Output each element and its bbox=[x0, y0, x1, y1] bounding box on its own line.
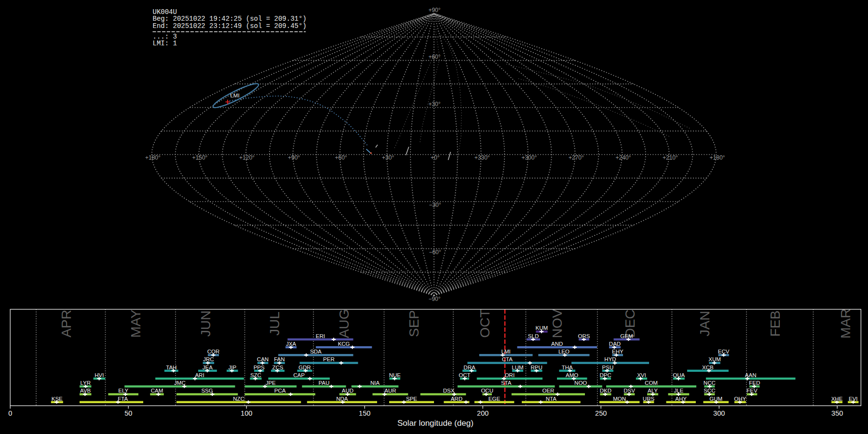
svg-text:THA: THA bbox=[562, 365, 573, 370]
svg-text:DSV: DSV bbox=[624, 388, 635, 393]
svg-text:ALY: ALY bbox=[648, 388, 658, 393]
svg-text:XUM: XUM bbox=[708, 356, 721, 362]
svg-text:CAP: CAP bbox=[293, 372, 305, 378]
svg-text:LMI: LMI bbox=[502, 349, 511, 354]
svg-text:AVB: AVB bbox=[80, 388, 91, 393]
svg-text:PCA: PCA bbox=[274, 388, 286, 393]
svg-text:ECV: ECV bbox=[718, 349, 730, 354]
svg-text:XHE: XHE bbox=[831, 396, 843, 402]
svg-text:MAY: MAY bbox=[128, 309, 143, 338]
svg-text:OHY: OHY bbox=[734, 396, 746, 402]
svg-text:ARI: ARI bbox=[195, 372, 204, 378]
svg-text:FEB: FEB bbox=[768, 311, 783, 337]
svg-text:LYR: LYR bbox=[80, 380, 91, 386]
svg-text:MAR: MAR bbox=[838, 309, 853, 339]
svg-text:+0°: +0° bbox=[431, 154, 440, 161]
svg-text:XCB: XCB bbox=[702, 365, 714, 370]
svg-text:FTA: FTA bbox=[118, 396, 128, 402]
svg-text:AMO: AMO bbox=[566, 372, 578, 378]
svg-text:200: 200 bbox=[477, 409, 488, 417]
svg-text:JLE: JLE bbox=[674, 388, 683, 393]
svg-text:350: 350 bbox=[831, 409, 843, 417]
svg-text:HYD: HYD bbox=[604, 356, 616, 362]
svg-text:+180°: +180° bbox=[710, 154, 725, 161]
svg-text:TAH: TAH bbox=[166, 365, 176, 370]
svg-text:CAM: CAM bbox=[151, 388, 163, 393]
svg-text:250: 250 bbox=[595, 409, 607, 417]
svg-text:JUN: JUN bbox=[198, 311, 213, 337]
svg-text:DKD: DKD bbox=[600, 388, 611, 393]
svg-text:URS: URS bbox=[643, 396, 655, 402]
svg-text:GDR: GDR bbox=[298, 365, 311, 370]
svg-text:KUM: KUM bbox=[536, 325, 548, 331]
svg-text:FAN: FAN bbox=[274, 356, 285, 362]
svg-text:ERI: ERI bbox=[316, 333, 325, 339]
svg-text:+330°: +330° bbox=[475, 154, 490, 161]
svg-text:NCC: NCC bbox=[704, 380, 716, 386]
svg-text:ORI: ORI bbox=[505, 372, 515, 378]
svg-text:LEO: LEO bbox=[558, 349, 570, 354]
svg-text:QUA: QUA bbox=[673, 372, 685, 378]
svg-text:100: 100 bbox=[241, 409, 252, 417]
svg-text:−30°: −30° bbox=[429, 202, 441, 208]
svg-text:JIP: JIP bbox=[228, 365, 236, 370]
svg-text:ELY: ELY bbox=[118, 388, 128, 393]
svg-text:SCC: SCC bbox=[704, 388, 715, 393]
svg-text:CTA: CTA bbox=[502, 356, 513, 362]
svg-text:ARD: ARD bbox=[451, 396, 462, 402]
svg-text:FEV: FEV bbox=[746, 388, 758, 393]
svg-text:+210°: +210° bbox=[663, 154, 678, 161]
svg-text:+90°: +90° bbox=[428, 7, 440, 14]
svg-text:DPC: DPC bbox=[600, 372, 611, 378]
svg-text:50: 50 bbox=[124, 409, 132, 417]
svg-text:0: 0 bbox=[8, 409, 12, 417]
svg-text:KCG: KCG bbox=[338, 341, 350, 347]
svg-text:−60°: −60° bbox=[429, 249, 441, 256]
svg-text:AUG: AUG bbox=[337, 309, 352, 339]
svg-text:LUM: LUM bbox=[512, 365, 523, 370]
svg-text:PSU: PSU bbox=[602, 365, 614, 370]
svg-text:LMI: LMI bbox=[230, 93, 239, 98]
svg-text:GUM: GUM bbox=[709, 396, 722, 402]
svg-text:EVI: EVI bbox=[849, 396, 858, 402]
svg-text:NIA: NIA bbox=[370, 380, 380, 386]
svg-text:CAN: CAN bbox=[257, 356, 269, 362]
svg-text:DRA: DRA bbox=[463, 365, 475, 370]
svg-text:OCU: OCU bbox=[481, 388, 493, 393]
svg-text:+60°: +60° bbox=[428, 54, 440, 60]
svg-text:AAN: AAN bbox=[745, 372, 757, 378]
svg-text:JXA: JXA bbox=[286, 341, 296, 347]
svg-text:SDA: SDA bbox=[310, 349, 322, 354]
svg-text:NZC: NZC bbox=[233, 396, 244, 402]
svg-text:FED: FED bbox=[749, 380, 760, 386]
svg-text:APR: APR bbox=[59, 310, 74, 338]
svg-text:STA: STA bbox=[501, 380, 512, 386]
svg-text:NUE: NUE bbox=[389, 372, 401, 378]
svg-text:COM: COM bbox=[645, 380, 658, 386]
svg-text:+30°: +30° bbox=[428, 101, 440, 108]
svg-text:KSE: KSE bbox=[52, 396, 63, 402]
svg-text:LMI: 1: LMI: 1 bbox=[153, 40, 177, 47]
svg-text:+300°: +300° bbox=[521, 154, 537, 161]
svg-text:PPS: PPS bbox=[254, 365, 265, 370]
svg-text:AUR: AUR bbox=[384, 388, 396, 393]
svg-text:JAN: JAN bbox=[697, 311, 712, 337]
svg-text:SZC: SZC bbox=[250, 372, 261, 378]
svg-text:EGE: EGE bbox=[488, 396, 501, 402]
svg-text:GEM: GEM bbox=[620, 333, 633, 339]
svg-text:150: 150 bbox=[359, 409, 370, 417]
svg-text:SSG: SSG bbox=[201, 388, 213, 393]
svg-text:SEP: SEP bbox=[407, 310, 421, 337]
svg-text:EHY: EHY bbox=[612, 349, 624, 354]
svg-text:+30°: +30° bbox=[382, 154, 394, 161]
svg-text:NOV: NOV bbox=[550, 309, 565, 338]
svg-text:NTA: NTA bbox=[546, 396, 556, 402]
svg-text:OCT: OCT bbox=[459, 372, 470, 378]
svg-text:ZCS: ZCS bbox=[272, 365, 284, 370]
svg-text:AND: AND bbox=[551, 341, 563, 347]
svg-text:300: 300 bbox=[713, 409, 725, 417]
svg-text:NDA: NDA bbox=[336, 396, 348, 402]
svg-text:XVI: XVI bbox=[637, 372, 646, 378]
svg-text:AHY: AHY bbox=[675, 396, 687, 402]
svg-text:JUL: JUL bbox=[267, 312, 282, 336]
